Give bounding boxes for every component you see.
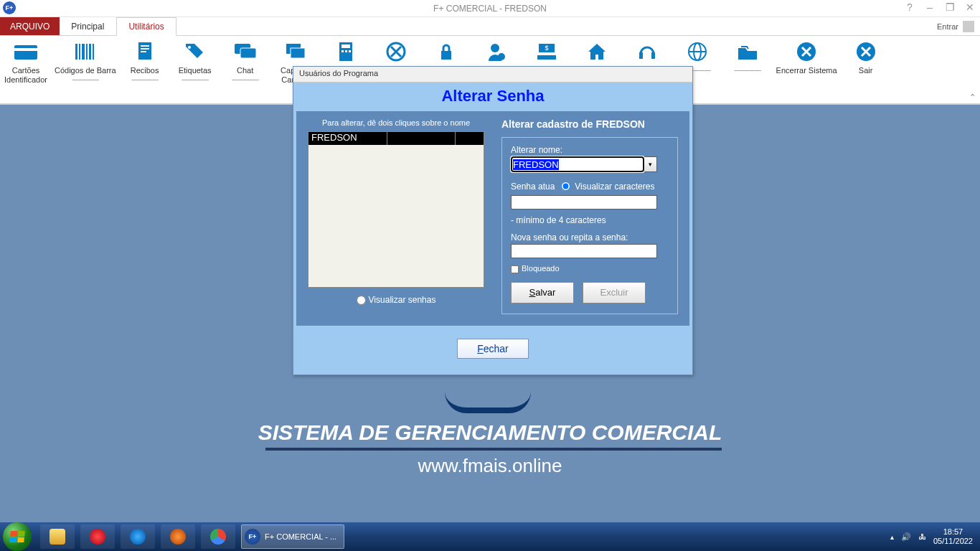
chrome-icon [210, 529, 226, 545]
taskbar-chrome[interactable] [201, 524, 235, 549]
label-alterar-nome: Alterar nome: [511, 145, 669, 155]
ribbon-item-15[interactable]: ---------------- [726, 39, 769, 74]
user-list[interactable]: FREDSON [308, 131, 484, 288]
svg-rect-2 [75, 44, 77, 60]
ribbon-tabs: ARQUIVO Principal Utilitários Entrar [0, 17, 980, 36]
globe-icon [683, 39, 712, 65]
firefox-icon [170, 529, 186, 545]
excluir-button[interactable]: Excluir [583, 282, 646, 303]
tab-utilitarios[interactable]: Utilitários [116, 17, 176, 36]
svg-rect-18 [341, 44, 350, 48]
chevron-down-icon[interactable]: ▾ [644, 156, 657, 172]
senha-atual-input[interactable] [511, 195, 657, 209]
cards-icon [281, 39, 310, 65]
lock-icon [432, 39, 461, 65]
svg-rect-7 [93, 44, 94, 60]
taskbar-ie[interactable] [121, 524, 155, 549]
taskbar-opera[interactable] [80, 524, 115, 549]
tab-principal[interactable]: Principal [60, 17, 116, 35]
app-logo-icon: F+ [3, 1, 16, 14]
svg-point-12 [188, 46, 191, 49]
ribbon-codigos-barra[interactable]: Códigos de Barra ---------------- [55, 39, 116, 83]
splash-divider [265, 448, 722, 451]
svg-rect-1 [14, 48, 37, 51]
visualizar-caracteres-radio[interactable] [561, 182, 570, 191]
close-button[interactable]: ✕ [963, 1, 977, 13]
svg-rect-16 [291, 48, 305, 58]
opera-icon [90, 529, 105, 545]
system-tray: ▴ 🔊 🖧 18:57 05/11/2022 [890, 527, 977, 546]
help-icon[interactable]: ? [903, 1, 917, 13]
user-avatar-icon [963, 21, 974, 32]
window-title: F+ COMERCIAL - FREDSON [433, 4, 547, 14]
svg-rect-28 [639, 52, 643, 59]
nova-senha-input[interactable] [511, 244, 657, 258]
user-list-row[interactable]: FREDSON [308, 132, 484, 145]
start-button[interactable] [3, 522, 32, 551]
app-icon: F+ [245, 529, 260, 545]
nome-combobox[interactable]: ▾ [511, 156, 657, 172]
taskbar-explorer[interactable] [40, 524, 75, 549]
visualizar-senhas-radio[interactable]: Visualizar senhas [308, 295, 484, 305]
receipt-icon [131, 39, 159, 65]
signin-area[interactable]: Entrar [937, 17, 974, 36]
svg-rect-0 [14, 45, 37, 60]
ribbon-encerrar-sistema[interactable]: Encerrar Sistema [776, 39, 837, 75]
svg-rect-21 [349, 50, 351, 52]
label-visualizar-caracteres: Visualizar caracteres [575, 182, 654, 192]
tray-clock[interactable]: 18:57 05/11/2022 [933, 527, 973, 546]
tab-arquivo[interactable]: ARQUIVO [0, 17, 60, 35]
svg-rect-20 [345, 50, 347, 52]
visualizar-senhas-input[interactable] [357, 296, 366, 305]
fechar-button[interactable]: Fechar [457, 339, 529, 359]
folder-icon [50, 529, 65, 545]
label-senha-atual: Senha atua [511, 182, 555, 192]
dialog-heading: Alterar Senha [293, 83, 692, 111]
svg-rect-29 [651, 52, 655, 59]
user-list-hint: Para alterar, dê dois cliques sobre o no… [308, 118, 484, 127]
taskbar-app-fcomercial[interactable]: F+ F+ COMERCIAL - ... [241, 524, 344, 549]
svg-rect-3 [79, 44, 80, 60]
taskbar-app-label: F+ COMERCIAL - ... [265, 532, 336, 541]
tools-icon [382, 39, 410, 65]
close-system-icon [792, 39, 821, 65]
user-list-name: FREDSON [308, 132, 387, 145]
ribbon-etiquetas[interactable]: Etiquetas ---------------- [174, 39, 217, 83]
tray-network-icon[interactable]: 🖧 [918, 532, 926, 541]
svg-rect-10 [141, 48, 149, 50]
taskbar-firefox[interactable] [161, 524, 195, 549]
salvar-button[interactable]: Salvar [511, 282, 574, 303]
tray-chevron-icon[interactable]: ▴ [890, 533, 894, 541]
ribbon-chat[interactable]: Chat ---------------- [224, 39, 267, 83]
title-bar: F+ F+ COMERCIAL - FREDSON ? – ❐ ✕ [0, 0, 980, 17]
svg-text:$: $ [545, 44, 548, 52]
tray-sound-icon[interactable]: 🔊 [901, 532, 911, 542]
ie-icon [130, 529, 146, 545]
taskbar: F+ F+ COMERCIAL - ... ▴ 🔊 🖧 18:57 05/11/… [0, 522, 980, 551]
maximize-button[interactable]: ❐ [943, 1, 957, 13]
calculator-icon [331, 39, 360, 65]
bloqueado-checkbox[interactable]: Bloqueado [511, 264, 669, 273]
money-hand-icon: $ [532, 39, 561, 65]
svg-rect-9 [141, 45, 149, 47]
home-icon [583, 39, 611, 65]
collapse-ribbon-icon[interactable]: ⌃ [969, 93, 976, 102]
svg-rect-6 [89, 44, 91, 60]
note-min-chars: - mínimo de 4 caracteres [511, 215, 669, 225]
ribbon-cartoes-identificador[interactable]: Cartões Identificador [4, 39, 47, 85]
checkbox-icon [511, 265, 519, 273]
user-settings-icon [482, 39, 511, 65]
splash-url: www.fmais.online [0, 455, 980, 477]
svg-rect-23 [441, 51, 451, 60]
svg-rect-4 [82, 44, 85, 60]
dialog-usuarios: Usuários do Programa Alterar Senha Para … [293, 66, 693, 375]
label-nova-senha: Nova senha ou repita a senha: [511, 232, 669, 242]
ribbon-sair[interactable]: Sair [844, 39, 887, 75]
svg-rect-11 [141, 51, 146, 52]
folder-open-icon [733, 39, 762, 65]
ribbon-recibos[interactable]: Recibos ---------------- [123, 39, 166, 83]
minimize-button[interactable]: – [923, 1, 937, 13]
dialog-titlebar[interactable]: Usuários do Programa [293, 67, 692, 83]
card-icon [11, 39, 40, 65]
nome-input[interactable] [511, 156, 644, 172]
